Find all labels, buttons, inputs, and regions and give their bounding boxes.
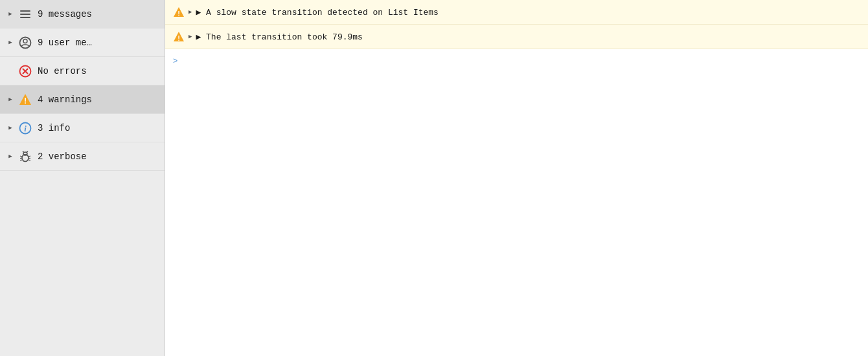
log-entry-1[interactable]: ! ▶ ▶ A slow state transition detected o… bbox=[165, 0, 868, 25]
sidebar-item-warnings[interactable]: ! 4 warnings bbox=[0, 85, 165, 114]
svg-text:!: ! bbox=[177, 34, 181, 43]
log-text-2: ▶ The last transition took 79.9ms bbox=[196, 32, 362, 42]
sidebar-item-info-label: 3 info bbox=[38, 123, 70, 133]
svg-line-19 bbox=[29, 156, 30, 157]
no-chevron-spacer bbox=[5, 66, 16, 76]
sidebar-item-user-messages-label: 9 user me… bbox=[38, 38, 92, 48]
log-text-1: ▶ A slow state transition detected on Li… bbox=[196, 7, 439, 17]
verbose-icon bbox=[18, 150, 32, 164]
svg-line-15 bbox=[27, 151, 28, 152]
empty-log-area bbox=[165, 74, 868, 356]
chevron-icon bbox=[5, 38, 16, 48]
messages-icon bbox=[18, 7, 32, 21]
sidebar-item-info[interactable]: i 3 info bbox=[0, 114, 165, 142]
svg-line-21 bbox=[29, 160, 30, 161]
sidebar-item-errors-label: No errors bbox=[38, 66, 87, 76]
svg-line-18 bbox=[20, 160, 22, 161]
sidebar-item-verbose-label: 2 verbose bbox=[38, 151, 87, 162]
svg-point-4 bbox=[23, 39, 27, 43]
chevron-icon bbox=[5, 9, 16, 19]
log-warning-icon-2: ! bbox=[173, 31, 185, 42]
sidebar-item-warnings-label: 4 warnings bbox=[38, 95, 92, 105]
log-warning-icon-1: ! bbox=[173, 6, 185, 17]
sidebar-item-errors[interactable]: No errors bbox=[0, 57, 165, 85]
svg-line-16 bbox=[20, 156, 22, 157]
svg-point-13 bbox=[23, 152, 27, 155]
svg-text:!: ! bbox=[177, 10, 181, 18]
log-expand-chevron-2[interactable]: ▶ bbox=[188, 33, 192, 40]
sidebar-item-messages[interactable]: 9 messages bbox=[0, 0, 165, 28]
log-entry-plain: > bbox=[165, 49, 868, 74]
chevron-icon bbox=[5, 151, 16, 162]
log-entry-2[interactable]: ! ▶ ▶ The last transition took 79.9ms bbox=[165, 25, 868, 49]
chevron-icon bbox=[5, 95, 16, 105]
info-icon: i bbox=[18, 121, 32, 135]
chevron-icon bbox=[5, 123, 16, 133]
svg-text:!: ! bbox=[23, 96, 27, 106]
blue-chevron-icon[interactable]: > bbox=[173, 57, 177, 66]
warning-icon: ! bbox=[18, 93, 32, 107]
svg-line-14 bbox=[23, 151, 24, 152]
sidebar: 9 messages 9 user me… No errors bbox=[0, 0, 165, 356]
error-icon bbox=[18, 64, 32, 78]
user-icon bbox=[18, 36, 32, 50]
log-expand-chevron-1[interactable]: ▶ bbox=[188, 8, 192, 16]
sidebar-item-user-messages[interactable]: 9 user me… bbox=[0, 28, 165, 57]
sidebar-item-verbose[interactable]: 2 verbose bbox=[0, 142, 165, 171]
sidebar-item-messages-label: 9 messages bbox=[38, 9, 92, 19]
svg-text:i: i bbox=[24, 124, 27, 133]
main-content: ! ▶ ▶ A slow state transition detected o… bbox=[165, 0, 868, 356]
